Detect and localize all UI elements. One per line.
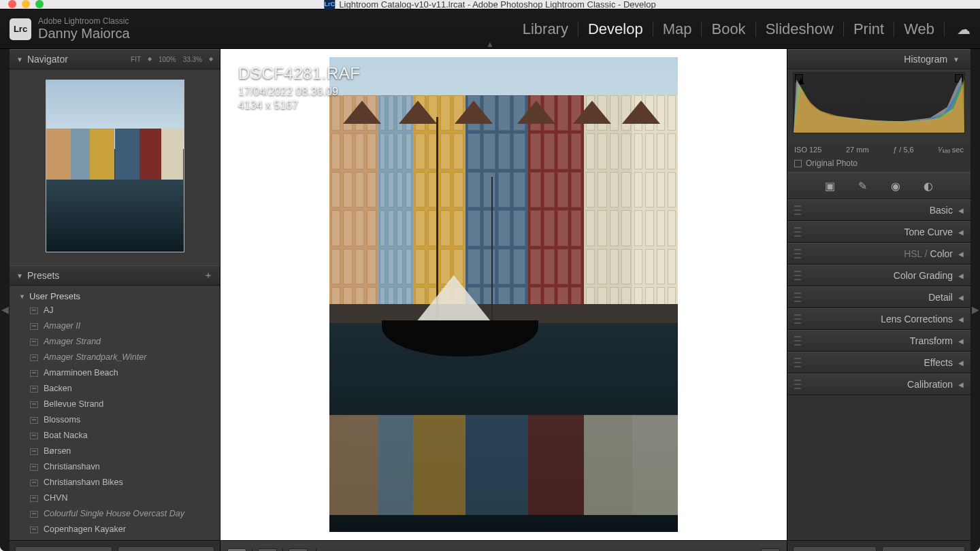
panel-hsl-color[interactable]: HSL / Color◀ xyxy=(787,243,970,265)
panel-switch-icon[interactable] xyxy=(794,380,801,389)
close-window-icon[interactable] xyxy=(8,0,16,8)
preset-item[interactable]: Amarminoen Beach xyxy=(10,365,220,381)
original-photo-row[interactable]: Original Photo xyxy=(787,154,970,172)
chevron-left-icon: ◀ xyxy=(958,294,964,301)
right-collapse-handle-icon[interactable]: ▶ xyxy=(970,49,980,551)
left-footer: Copy... Paste xyxy=(10,540,220,551)
panel-switch-icon[interactable] xyxy=(794,205,801,215)
right-panel-group: Histogram ▼ ▲ ▲ xyxy=(787,49,970,551)
navigator-zoom-controls[interactable]: FIT ◆ 100% 33.3% ◆ xyxy=(131,56,213,63)
zoom-window-icon[interactable] xyxy=(35,0,44,8)
preset-item[interactable]: Blossoms xyxy=(10,412,220,428)
left-panel-group: ▼ Navigator FIT ◆ 100% 33.3% ◆ xyxy=(10,49,220,551)
preset-label: Børsen xyxy=(44,445,71,458)
exif-row: ISO 125 27 mm ƒ / 5,6 ¹⁄₁₈₀ sec xyxy=(787,143,970,154)
panel-effects[interactable]: Effects◀ xyxy=(787,352,970,373)
zoom-33[interactable]: 33.3% xyxy=(183,56,202,63)
preset-label: Christianshavn xyxy=(44,461,100,473)
panel-lens-corrections[interactable]: Lens Corrections◀ xyxy=(787,308,970,330)
module-develop[interactable]: Develop xyxy=(588,20,643,38)
module-library[interactable]: Library xyxy=(523,20,568,38)
copy-settings-button[interactable]: Copy... xyxy=(15,546,112,552)
panel-switch-icon[interactable] xyxy=(794,358,801,367)
before-after-tb-button[interactable]: Y|Y xyxy=(289,548,308,552)
preset-item[interactable]: Christianshavn Bikes xyxy=(10,475,220,490)
before-after-lr-button[interactable]: R|A xyxy=(258,548,277,552)
left-collapse-handle-icon[interactable]: ◀ xyxy=(0,49,10,551)
preset-item[interactable]: Boat Nacka xyxy=(10,428,220,444)
toolbar-menu-button[interactable]: ▼ xyxy=(761,548,780,552)
preset-item[interactable]: Colourful Single House Overcast Day xyxy=(10,506,220,522)
main-area: ◀ ▼ Navigator FIT ◆ 100% 33.3% ◆ xyxy=(0,49,980,551)
module-print[interactable]: Print xyxy=(853,20,884,38)
presets-title: Presets xyxy=(27,270,59,281)
preset-thumb-icon xyxy=(30,527,38,533)
preset-item[interactable]: Christianshavn xyxy=(10,459,220,475)
panel-switch-icon[interactable] xyxy=(794,336,801,346)
module-web[interactable]: Web xyxy=(904,20,934,38)
reset-button[interactable]: Reset xyxy=(882,546,966,552)
minimize-window-icon[interactable] xyxy=(22,0,30,8)
collapse-top-handle-icon[interactable]: ▲ xyxy=(486,39,494,49)
navigator-body[interactable] xyxy=(10,69,220,265)
preset-group-user[interactable]: ▼ User Presets xyxy=(10,288,220,303)
preset-item[interactable]: Backen xyxy=(10,381,220,397)
preset-item[interactable]: Amager II xyxy=(10,318,220,334)
navigator-thumbnail[interactable] xyxy=(46,80,184,252)
presets-header[interactable]: ▼ Presets ＋ xyxy=(10,265,220,286)
preset-item[interactable]: CHVN xyxy=(10,490,220,506)
preset-thumb-icon xyxy=(30,464,38,471)
preset-item[interactable]: AJ xyxy=(10,303,220,318)
histogram-graph[interactable]: ▲ ▲ xyxy=(793,72,965,133)
module-slideshow[interactable]: Slideshow xyxy=(766,20,834,38)
healing-tool-icon[interactable]: ✎ xyxy=(856,179,870,193)
panel-transform[interactable]: Transform◀ xyxy=(787,330,970,352)
panel-color-grading[interactable]: Color Grading◀ xyxy=(787,265,970,286)
navigator-header[interactable]: ▼ Navigator FIT ◆ 100% 33.3% ◆ xyxy=(10,49,220,69)
add-preset-icon[interactable]: ＋ xyxy=(203,269,213,282)
preset-label: Bellevue Strand xyxy=(44,398,103,411)
panel-detail[interactable]: Detail◀ xyxy=(787,286,970,308)
crop-tool-icon[interactable]: ▣ xyxy=(823,179,837,193)
panel-calibration[interactable]: Calibration◀ xyxy=(787,373,970,395)
redeye-tool-icon[interactable]: ◉ xyxy=(889,179,902,193)
chevron-left-icon: ◀ xyxy=(958,381,964,388)
module-map[interactable]: Map xyxy=(663,20,692,38)
overlay-dimensions: 4134 x 5167 xyxy=(238,99,360,112)
chevron-left-icon: ◀ xyxy=(958,229,964,236)
preset-item[interactable]: Amager Strandpark_Winter xyxy=(10,350,220,365)
panel-switch-icon[interactable] xyxy=(794,293,801,302)
preset-label: Colourful Single House Overcast Day xyxy=(44,507,184,520)
zoom-100[interactable]: 100% xyxy=(159,56,176,63)
panel-switch-icon[interactable] xyxy=(794,227,801,237)
chevron-left-icon: ◀ xyxy=(958,316,964,323)
chevron-left-icon: ◀ xyxy=(958,250,964,258)
histogram-header[interactable]: Histogram ▼ xyxy=(787,49,970,69)
center-area: DSCF4281.RAF 17/04/2022 08.36.09 4134 x … xyxy=(220,49,787,551)
loupe-view-button[interactable]: ▭ xyxy=(227,548,246,552)
preset-thumb-icon xyxy=(30,433,38,439)
module-book[interactable]: Book xyxy=(711,20,745,38)
masking-tool-icon[interactable]: ◐ xyxy=(921,179,935,193)
preset-item[interactable]: Børsen xyxy=(10,444,220,459)
center-toolbar: ▭ R|A Y|Y Soft Proofing ▼ xyxy=(220,540,787,551)
preset-label: AJ xyxy=(44,304,54,317)
paste-settings-button[interactable]: Paste xyxy=(118,546,215,552)
original-photo-checkbox[interactable] xyxy=(794,160,802,167)
overlay-datetime: 17/04/2022 08.36.09 xyxy=(238,86,360,98)
panel-basic[interactable]: Basic◀ xyxy=(787,199,970,221)
preset-item[interactable]: Copenhagen Kayaker xyxy=(10,522,220,537)
preset-thumb-icon xyxy=(30,417,38,424)
panel-switch-icon[interactable] xyxy=(794,249,801,258)
panel-switch-icon[interactable] xyxy=(794,314,801,324)
panel-tone-curve[interactable]: Tone Curve◀ xyxy=(787,221,970,243)
preset-label: Amager Strandpark_Winter xyxy=(44,351,146,364)
previous-button[interactable]: Previous xyxy=(793,546,877,552)
image-canvas[interactable]: DSCF4281.RAF 17/04/2022 08.36.09 4134 x … xyxy=(220,49,787,540)
zoom-fit[interactable]: FIT xyxy=(131,56,141,63)
preset-item[interactable]: Bellevue Strand xyxy=(10,397,220,412)
cloud-sync-icon[interactable]: ☁ xyxy=(957,21,970,37)
preset-label: Christianshavn Bikes xyxy=(44,476,123,489)
panel-switch-icon[interactable] xyxy=(794,271,801,280)
preset-item[interactable]: Amager Strand xyxy=(10,334,220,350)
